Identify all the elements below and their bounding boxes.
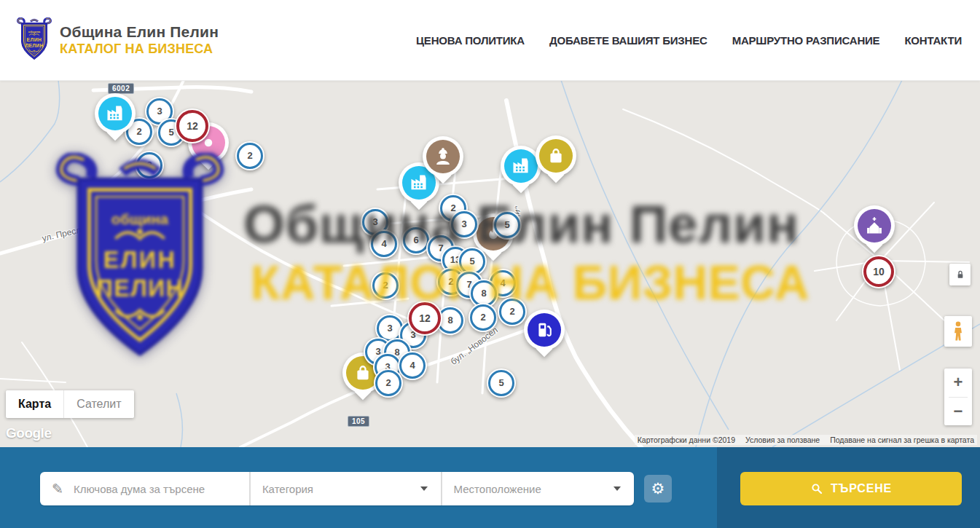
cluster-count: 2: [372, 272, 399, 299]
zoom-control: + −: [944, 369, 972, 425]
category-dropdown[interactable]: Категория: [249, 472, 441, 505]
cluster-marker[interactable]: 3: [450, 210, 479, 239]
nav-item-1[interactable]: ЦЕНОВА ПОЛИТИКА: [416, 34, 525, 47]
church-pin[interactable]: [854, 205, 895, 246]
cluster-count: 12: [176, 110, 208, 142]
cluster-marker[interactable]: 2: [371, 271, 400, 300]
cluster-count: 2: [237, 143, 263, 169]
location-dropdown[interactable]: Местоположение: [441, 472, 634, 505]
pencil-icon: ✎: [52, 481, 63, 497]
cluster-count: 5: [494, 212, 520, 238]
search-button[interactable]: ТЪРСЕНЕ: [740, 472, 962, 505]
worker-pin[interactable]: [423, 136, 463, 177]
cluster-count: 10: [863, 256, 895, 288]
bag-pin[interactable]: [536, 135, 576, 176]
bag-icon: [353, 363, 373, 383]
church-icon: [864, 216, 885, 236]
attribution-link[interactable]: Подаване на сигнал за грешка в картата: [830, 436, 974, 444]
nav-item-2[interactable]: ДОБАВЕТЕ ВАШИЯТ БИЗНЕС: [549, 34, 707, 47]
worker-icon: [433, 146, 453, 167]
cluster-count: 2: [499, 299, 525, 325]
chevron-down-icon: [614, 486, 621, 491]
nav-item-4[interactable]: КОНТАКТИ: [904, 34, 962, 47]
cluster-count: 6: [403, 227, 429, 253]
cluster-marker[interactable]: 4: [398, 351, 427, 380]
search-bar: ✎ Категория Местоположение ⚙ ТЪРСЕНЕ: [0, 447, 980, 528]
map-type-satellite-button[interactable]: Сателит: [63, 390, 133, 418]
category-dropdown-label: Категория: [262, 483, 420, 495]
advanced-settings-button[interactable]: ⚙: [644, 475, 672, 503]
keyword-section: ✎: [40, 472, 249, 505]
fuel-pin[interactable]: [524, 310, 565, 350]
zoom-out-button[interactable]: −: [944, 397, 972, 425]
road-number-badge: 105: [348, 416, 369, 427]
cluster-marker[interactable]: 2: [498, 297, 527, 326]
cluster-marker[interactable]: 2: [374, 369, 403, 398]
cluster-marker[interactable]: 2: [235, 141, 264, 170]
fuel-icon: [534, 320, 554, 340]
map-lock-button[interactable]: [949, 264, 971, 285]
cluster-count: 4: [371, 231, 397, 257]
road-number-badge: 6002: [108, 83, 134, 94]
gear-icon: ⚙: [651, 480, 665, 497]
cluster-marker[interactable]: 10: [862, 255, 895, 288]
cluster-count: 5: [488, 370, 514, 396]
cluster-marker[interactable]: 5: [493, 210, 522, 240]
lock-icon: [954, 269, 966, 280]
cluster-count: 4: [399, 352, 426, 379]
site-subtitle: КАТАЛОГ НА БИЗНЕСА: [60, 42, 219, 57]
attribution-link[interactable]: Условия за ползване: [745, 436, 820, 444]
map-copyright: Картографски данни ©2019: [638, 436, 735, 444]
municipality-crest-icon: [16, 17, 52, 62]
factory-icon: [511, 156, 531, 176]
bag-icon: [546, 146, 566, 166]
cluster-count: 12: [409, 302, 441, 334]
keyword-search-input[interactable]: [72, 482, 249, 496]
cluster-marker[interactable]: 4: [369, 229, 399, 259]
street-view-pegman-button[interactable]: [944, 316, 972, 347]
main-nav: ЦЕНОВА ПОЛИТИКАДОБАВЕТЕ ВАШИЯТ БИЗНЕСМАР…: [416, 0, 962, 80]
map-attribution: Картографски данни ©2019Условия за ползв…: [635, 435, 977, 445]
cluster-marker[interactable]: 5: [487, 369, 516, 398]
header: Община Елин Пелин КАТАЛОГ НА БИЗНЕСА ЦЕН…: [0, 0, 980, 81]
cluster-count: 2: [136, 152, 162, 178]
factory-icon: [105, 103, 125, 124]
search-input-group: ✎ Категория Местоположение: [40, 472, 634, 505]
cluster-count: 2: [470, 304, 496, 331]
site-title: Община Елин Пелин: [60, 23, 219, 41]
magnifier-icon: [810, 482, 823, 495]
map-type-control: Карта Сателит: [6, 390, 134, 418]
cluster-count: 2: [375, 370, 401, 396]
google-logo[interactable]: Google: [6, 425, 51, 441]
nav-item-3[interactable]: МАРШРУТНО РАЗПИСАНИЕ: [732, 34, 880, 47]
map-type-map-button[interactable]: Карта: [6, 390, 63, 418]
cluster-marker[interactable]: 2: [469, 303, 498, 332]
search-button-label: ТЪРСЕНЕ: [831, 482, 892, 495]
cluster-marker[interactable]: 12: [175, 109, 210, 143]
cluster-marker[interactable]: 2: [135, 151, 164, 180]
zoom-in-button[interactable]: +: [944, 369, 972, 397]
map-canvas[interactable]: 3252232356471352274882233383425121210: [0, 80, 980, 447]
factory-pin[interactable]: [95, 93, 136, 134]
site-logo[interactable]: Община Елин Пелин КАТАЛОГ НА БИЗНЕСА: [16, 17, 219, 62]
cluster-marker[interactable]: 12: [407, 301, 442, 336]
chevron-down-icon: [420, 486, 428, 491]
cluster-count: 3: [451, 211, 477, 237]
pegman-icon: [950, 320, 966, 342]
location-dropdown-label: Местоположение: [454, 483, 614, 495]
